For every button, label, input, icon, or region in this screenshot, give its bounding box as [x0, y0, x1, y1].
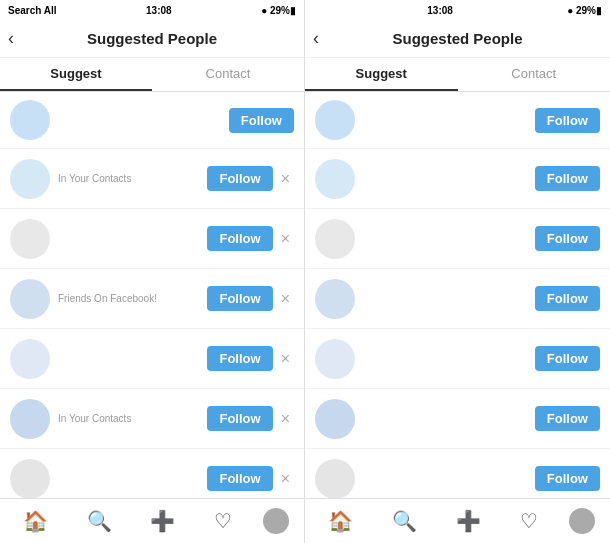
header-left: ‹ Suggested People [0, 20, 304, 58]
home-icon-right[interactable]: 🏠 [320, 505, 361, 537]
back-button-right[interactable]: ‹ [313, 28, 319, 49]
status-time-left: 13:08 [146, 5, 172, 16]
heart-icon-right[interactable]: ♡ [512, 505, 546, 537]
search-icon-right[interactable]: 🔍 [384, 505, 425, 537]
user-sub: Friends On Facebook! [58, 293, 201, 304]
back-button-left[interactable]: ‹ [8, 28, 14, 49]
user-info: Friends On Facebook! [58, 293, 201, 304]
search-icon[interactable]: 🔍 [79, 505, 120, 537]
user-sub: In Your Contacts [58, 173, 201, 184]
list-item: In Your Contacts Follow × [0, 389, 304, 449]
avatar [10, 339, 50, 379]
follow-button[interactable]: Follow [535, 166, 600, 191]
profile-avatar[interactable] [263, 508, 289, 534]
follow-button[interactable]: Follow [535, 406, 600, 431]
avatar [10, 399, 50, 439]
avatar [315, 100, 355, 140]
avatar [10, 159, 50, 199]
tab-contact-right[interactable]: Contact [458, 58, 611, 91]
right-panel: 13:08 ● 29%▮ ‹ Suggested People Suggest … [305, 0, 610, 543]
dismiss-button[interactable]: × [277, 288, 294, 310]
user-list-left: Follow In Your Contacts Follow × Follow … [0, 92, 304, 498]
add-icon-right[interactable]: ➕ [448, 505, 489, 537]
avatar [315, 279, 355, 319]
follow-button[interactable]: Follow [535, 226, 600, 251]
bottom-nav-right: 🏠 🔍 ➕ ♡ [305, 498, 610, 543]
follow-button[interactable]: Follow [207, 226, 272, 251]
list-item: Follow [305, 449, 610, 498]
avatar [10, 279, 50, 319]
avatar [315, 159, 355, 199]
list-item: Follow × [0, 449, 304, 498]
profile-avatar-right[interactable] [569, 508, 595, 534]
list-item: Follow [305, 149, 610, 209]
status-left-text: Search All [8, 5, 57, 16]
page-title-right: Suggested People [392, 30, 522, 47]
status-bar-left: Search All 13:08 ● 29%▮ [0, 0, 304, 20]
list-item: Follow [305, 209, 610, 269]
bottom-nav-left: 🏠 🔍 ➕ ♡ [0, 498, 304, 543]
list-item: In Your Contacts Follow × [0, 149, 304, 209]
list-item: Follow × [0, 209, 304, 269]
page-title-left: Suggested People [87, 30, 217, 47]
list-item: Follow [0, 92, 304, 149]
avatar [10, 219, 50, 259]
user-sub: In Your Contacts [58, 413, 201, 424]
user-info: In Your Contacts [58, 173, 201, 184]
follow-button[interactable]: Follow [207, 166, 272, 191]
list-item: Follow [305, 269, 610, 329]
home-icon[interactable]: 🏠 [15, 505, 56, 537]
list-item: Follow [305, 329, 610, 389]
left-panel: Search All 13:08 ● 29%▮ ‹ Suggested Peop… [0, 0, 305, 543]
add-icon[interactable]: ➕ [142, 505, 183, 537]
follow-button[interactable]: Follow [535, 466, 600, 491]
follow-button[interactable]: Follow [535, 346, 600, 371]
list-item: Follow × [0, 329, 304, 389]
avatar [10, 459, 50, 499]
status-bar-right: 13:08 ● 29%▮ [305, 0, 610, 20]
status-time-right: 13:08 [427, 5, 453, 16]
list-item: Follow [305, 92, 610, 149]
tab-suggest-right[interactable]: Suggest [305, 58, 458, 91]
heart-icon[interactable]: ♡ [206, 505, 240, 537]
follow-button[interactable]: Follow [207, 346, 272, 371]
status-right-icons-right: ● 29%▮ [567, 5, 602, 16]
tab-contact-left[interactable]: Contact [152, 58, 304, 91]
header-right: ‹ Suggested People [305, 20, 610, 58]
user-list-right: Follow Follow Follow Follow [305, 92, 610, 498]
dismiss-button[interactable]: × [277, 468, 294, 490]
avatar [315, 339, 355, 379]
avatar [315, 219, 355, 259]
avatar [315, 399, 355, 439]
tabs-left: Suggest Contact [0, 58, 304, 92]
list-item: Friends On Facebook! Follow × [0, 269, 304, 329]
follow-button[interactable]: Follow [207, 466, 272, 491]
tabs-right: Suggest Contact [305, 58, 610, 92]
avatar [315, 459, 355, 499]
follow-button[interactable]: Follow [207, 286, 272, 311]
avatar [10, 100, 50, 140]
dismiss-button[interactable]: × [277, 228, 294, 250]
status-right-icons-left: ● 29%▮ [261, 5, 296, 16]
user-info: In Your Contacts [58, 413, 201, 424]
follow-button[interactable]: Follow [535, 108, 600, 133]
list-item: Follow [305, 389, 610, 449]
tab-suggest-left[interactable]: Suggest [0, 58, 152, 91]
follow-button[interactable]: Follow [229, 108, 294, 133]
dismiss-button[interactable]: × [277, 348, 294, 370]
dismiss-button[interactable]: × [277, 408, 294, 430]
follow-button[interactable]: Follow [535, 286, 600, 311]
dismiss-button[interactable]: × [277, 168, 294, 190]
follow-button[interactable]: Follow [207, 406, 272, 431]
